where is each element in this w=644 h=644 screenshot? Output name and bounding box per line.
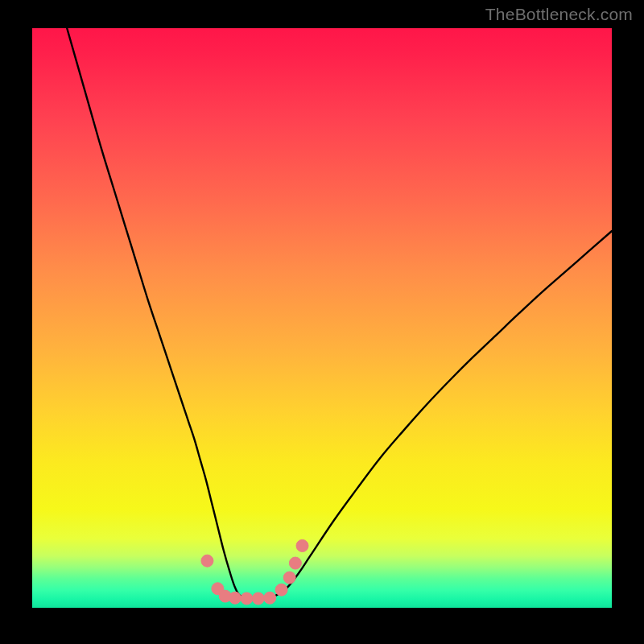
bottleneck-curve [67, 28, 612, 599]
data-marker [252, 592, 264, 605]
data-marker [275, 584, 287, 596]
chart-overlay [32, 28, 612, 608]
data-marker [241, 592, 253, 605]
data-marker [229, 592, 242, 604]
marker-group [201, 539, 308, 605]
data-marker [201, 555, 213, 567]
watermark-text: TheBottleneck.com [485, 5, 633, 24]
data-marker [296, 539, 308, 551]
data-marker [264, 592, 276, 604]
data-marker [289, 557, 301, 569]
data-marker [283, 572, 295, 584]
